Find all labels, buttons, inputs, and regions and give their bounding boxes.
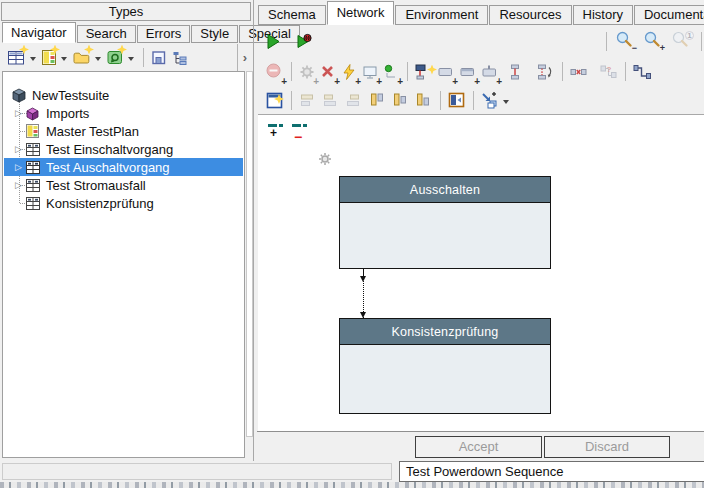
testcase-table-icon (24, 143, 41, 156)
new-state-wizard-button[interactable] (413, 61, 434, 83)
side-panel-toggle-button[interactable] (446, 89, 467, 111)
connection-delete-icon (570, 64, 587, 80)
expand-arrow-icon[interactable]: ▷ (13, 144, 24, 154)
transition-rotate-icon (536, 64, 554, 80)
state-node-icon (415, 63, 432, 80)
add-screen-state-button[interactable]: + (360, 61, 380, 83)
chevron-down-icon[interactable] (503, 100, 509, 107)
types-panel-header: Types (1, 2, 251, 21)
add-state-pin-button[interactable]: + (479, 61, 500, 83)
tab-search[interactable]: Search (77, 25, 136, 43)
zoom-reset-button[interactable]: 1 (671, 31, 693, 52)
connector-remove-tool[interactable]: − (292, 123, 310, 139)
copy-window-icon (151, 50, 167, 66)
tab-schema[interactable]: Schema (258, 5, 326, 25)
align-left-button[interactable] (366, 89, 388, 111)
toolbar-separator (562, 62, 563, 81)
reroute-transition-button[interactable] (534, 61, 556, 83)
connector-path-button[interactable] (631, 61, 653, 83)
tree-item-test-auschaltvorgang-selected[interactable]: ▷ Test Auschaltvorgang (4, 158, 243, 176)
state-node-konsistenzpruefung[interactable]: Konsistenzprüfung (339, 318, 551, 414)
run-button[interactable] (264, 31, 283, 53)
align-bottom-button[interactable] (297, 89, 319, 111)
remove-state-button[interactable]: + (264, 61, 285, 83)
tab-environment[interactable]: Environment (395, 5, 488, 25)
tree-item-label: Test Auschaltvorgang (41, 160, 170, 175)
tree-view-button[interactable] (170, 47, 190, 69)
add-badge-icon: + (496, 77, 502, 87)
zoom-in-button[interactable]: + (643, 31, 665, 52)
new-testplan-button[interactable] (40, 47, 58, 69)
toolbar-overflow-button[interactable]: › (237, 44, 252, 71)
state-node-ausschalten[interactable]: Ausschalten (339, 176, 551, 269)
tree-item-label: Test Einschaltvorgang (41, 142, 173, 157)
new-diagram-window-button[interactable] (264, 89, 285, 111)
chevron-down-icon[interactable] (95, 57, 101, 64)
align-bottom-col-button[interactable] (412, 89, 434, 111)
expand-arrow-icon[interactable]: ▷ (13, 180, 24, 190)
align-right-h-button[interactable] (343, 89, 365, 111)
arrowhead-icon (360, 276, 366, 282)
accept-button[interactable]: Accept (415, 436, 542, 458)
add-badge-icon: + (281, 77, 287, 87)
toolbar-separator (473, 91, 474, 110)
new-testcase-button[interactable] (6, 47, 27, 69)
tab-network[interactable]: Network (327, 1, 395, 25)
panel-splitter[interactable] (253, 0, 254, 461)
tree-item-label: NewTestsuite (27, 88, 109, 103)
chevron-down-icon[interactable] (30, 57, 36, 64)
layout-toolbar (258, 87, 704, 113)
auto-connect-button[interactable] (479, 89, 500, 111)
tree-item-label: Konsistenzprüfung (41, 196, 154, 211)
debug-button[interactable] (294, 31, 316, 53)
tree-item-newtestsuite[interactable]: NewTestsuite (4, 86, 243, 104)
connector-add-tool[interactable]: + (268, 123, 286, 139)
state-node-title: Konsistenzprüfung (340, 319, 550, 345)
transition-edge[interactable] (359, 269, 368, 318)
new-component-button[interactable] (105, 47, 125, 69)
tab-resources[interactable]: Resources (489, 5, 571, 25)
chevron-down-icon[interactable] (128, 57, 134, 64)
tree-item-master-testplan[interactable]: Master TestPlan (4, 122, 243, 140)
tree-item-test-einschaltvorgang[interactable]: ▷ Test Einschaltvorgang (4, 140, 243, 158)
canvas-gear-icon[interactable] (318, 152, 332, 166)
add-state-button[interactable]: + (435, 61, 456, 83)
vertical-transition-button[interactable] (505, 61, 525, 83)
tree-item-imports[interactable]: ▷ Imports (4, 104, 243, 122)
add-action-state-button[interactable]: + (339, 61, 359, 83)
align-top-button[interactable] (320, 89, 342, 111)
tree-item-konsistenzpruefung[interactable]: Konsistenzprüfung (4, 194, 243, 212)
debug-bug-icon (296, 33, 314, 50)
transition-icon (507, 64, 523, 80)
tree-item-test-stromausfall[interactable]: ▷ Test Stromausfall (4, 176, 243, 194)
tree-scrollbar-track[interactable] (246, 71, 253, 437)
status-cell-empty (2, 463, 392, 480)
add-badge-icon: + (397, 77, 403, 87)
diagram-canvas[interactable]: + − Ausschalten Konsistenzprüfung (258, 114, 704, 431)
new-folder-button[interactable] (71, 47, 92, 69)
discard-button[interactable]: Discard (544, 436, 670, 458)
add-gear-state-button[interactable]: + (297, 61, 317, 83)
one-badge: 1 (685, 31, 694, 40)
navigator-tree[interactable]: NewTestsuite ▷ Imports Master TestPlan ▷… (2, 71, 245, 458)
status-bar: Test Powerdown Sequence (0, 461, 704, 482)
add-state-header-button[interactable]: + (457, 61, 478, 83)
expand-arrow-icon[interactable]: ▷ (13, 108, 24, 118)
zoom-out-button[interactable]: − (615, 31, 637, 52)
tab-errors[interactable]: Errors (137, 25, 190, 43)
tab-navigator[interactable]: Navigator (2, 22, 76, 43)
plus-sign: + (270, 126, 277, 140)
tab-style[interactable]: Style (191, 25, 238, 43)
add-stop-state-button[interactable]: + (318, 61, 338, 83)
align-center-button[interactable] (389, 89, 411, 111)
tab-history[interactable]: History (573, 5, 633, 25)
unknown-connection-button[interactable]: ? (598, 61, 619, 83)
chevron-down-icon[interactable] (61, 57, 67, 64)
add-start-state-button[interactable]: + (381, 61, 401, 83)
expand-arrow-icon[interactable]: ▷ (13, 162, 24, 172)
table-grid-icon (8, 50, 25, 65)
tab-documentation[interactable]: Documentation (634, 5, 704, 25)
copy-view-button[interactable] (149, 47, 169, 69)
play-icon (266, 33, 281, 50)
delete-connection-button[interactable] (568, 61, 589, 83)
